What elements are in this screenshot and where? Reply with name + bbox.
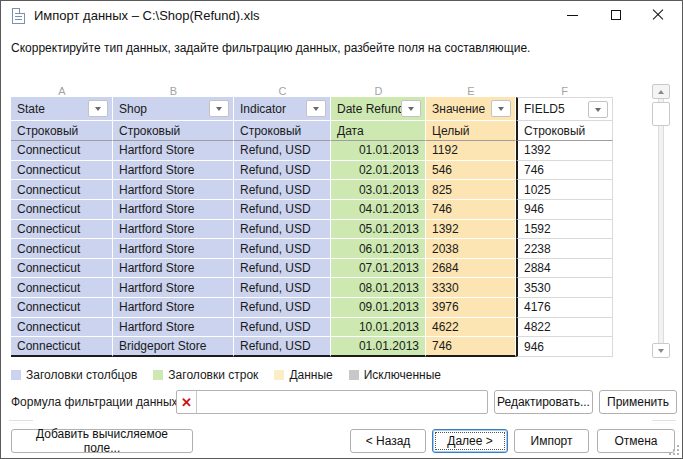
header-label: Date Refund [337, 102, 404, 116]
column-type[interactable]: Строковый [516, 121, 613, 141]
cell-shop: Bridgeport Store [113, 337, 234, 357]
column-type[interactable]: Строковый [11, 121, 113, 141]
legend-item-column-headers: Заголовки столбцов [11, 368, 137, 382]
cell-date-refund: 08.01.2013 [331, 278, 426, 298]
dropdown-button[interactable] [306, 100, 326, 117]
cell-field5: 946 [516, 200, 613, 220]
cell-shop: Hartford Store [113, 180, 234, 200]
cell-field5: 1392 [516, 141, 613, 161]
cell-field5: 2238 [516, 239, 613, 259]
column-type[interactable]: Целый [426, 121, 516, 141]
scroll-down-button[interactable] [652, 343, 670, 358]
resize-grip[interactable] [667, 443, 679, 455]
legend-label: Заголовки строк [168, 368, 258, 382]
dropdown-button[interactable] [209, 100, 229, 117]
column-header-field5[interactable]: FIELD5 [516, 97, 613, 121]
legend-label: Исключенные [364, 368, 441, 382]
cell-значение: 3976 [426, 298, 516, 318]
scrollbar-thumb[interactable] [652, 102, 670, 126]
cell-indicator: Refund, USD [234, 180, 331, 200]
dropdown-button[interactable] [401, 100, 421, 117]
column-header-indicator[interactable]: Indicator [234, 97, 331, 121]
column-letters-row: A B C D E F [11, 84, 613, 97]
cell-date-refund: 09.01.2013 [331, 298, 426, 318]
filter-formula-label: Формула фильтрации данных: [11, 390, 181, 414]
data-swatch [274, 370, 284, 380]
table-row: ConnecticutBridgeport StoreRefund, USD01… [11, 337, 613, 357]
cell-значение: 1392 [426, 220, 516, 240]
header-label: Значение [432, 102, 485, 116]
clear-filter-icon[interactable]: ✕ [177, 391, 197, 413]
maximize-button[interactable] [594, 1, 638, 29]
vertical-scrollbar[interactable] [652, 84, 670, 358]
column-type[interactable]: Строковый [234, 121, 331, 141]
header-label: FIELD5 [524, 102, 565, 116]
edit-filter-button[interactable]: Редактировать... [494, 390, 593, 414]
arrow-down-icon [658, 349, 664, 353]
legend-item-excluded: Исключенные [349, 368, 441, 382]
table-row: ConnecticutHartford StoreRefund, USD02.0… [11, 161, 613, 181]
column-header-shop[interactable]: Shop [113, 97, 234, 121]
filter-formula-input[interactable] [197, 391, 487, 413]
column-type[interactable]: Строковый [113, 121, 234, 141]
cell-shop: Hartford Store [113, 161, 234, 181]
cell-field5: 4822 [516, 318, 613, 338]
divider-left [9, 420, 33, 424]
column-letter: E [426, 84, 516, 97]
legend-item-data: Данные [274, 368, 332, 382]
cell-значение: 2684 [426, 259, 516, 279]
type-row: Строковый Строковый Строковый Дата Целый… [11, 121, 613, 141]
next-button[interactable]: Далее > [432, 429, 508, 453]
cell-date-refund: 02.01.2013 [331, 161, 426, 181]
import-data-dialog: Импорт данных – C:\Shop(Refund).xls Скор… [0, 0, 683, 459]
column-letter: C [234, 84, 331, 97]
instruction-text: Скорректируйте тип данных, задайте фильт… [11, 41, 530, 55]
cell-state: Connecticut [11, 220, 113, 240]
dropdown-button[interactable] [491, 100, 511, 117]
chevron-down-icon [408, 107, 414, 111]
legend: Заголовки столбцов Заголовки строк Данны… [11, 368, 441, 382]
table-rows: ConnecticutHartford StoreRefund, USD01.0… [11, 141, 613, 357]
dropdown-button[interactable] [88, 100, 108, 117]
close-button[interactable] [636, 1, 680, 29]
dropdown-button[interactable] [588, 101, 608, 118]
table-row: ConnecticutHartford StoreRefund, USD06.0… [11, 239, 613, 259]
cell-date-refund: 04.01.2013 [331, 200, 426, 220]
table-row: ConnecticutHartford StoreRefund, USD07.0… [11, 259, 613, 279]
cell-indicator: Refund, USD [234, 278, 331, 298]
chevron-down-icon [216, 107, 222, 111]
table-row: ConnecticutHartford StoreRefund, USD01.0… [11, 141, 613, 161]
header-label: Indicator [240, 102, 286, 116]
scrollbar-track[interactable] [658, 86, 664, 356]
legend-item-row-headers: Заголовки строк [153, 368, 258, 382]
cancel-button[interactable]: Отмена [597, 429, 675, 453]
cell-state: Connecticut [11, 141, 113, 161]
cell-значение: 825 [426, 180, 516, 200]
cell-date-refund: 05.01.2013 [331, 220, 426, 240]
cell-date-refund: 01.01.2013 [331, 141, 426, 161]
column-header-date-refund[interactable]: Date Refund [331, 97, 426, 121]
cell-shop: Hartford Store [113, 141, 234, 161]
document-icon [12, 8, 25, 24]
column-type[interactable]: Дата [331, 121, 426, 141]
column-header-state[interactable]: State [11, 97, 113, 121]
minimize-icon [567, 15, 578, 16]
table-row: ConnecticutHartford StoreRefund, USD04.0… [11, 200, 613, 220]
cell-значение: 546 [426, 161, 516, 181]
cell-field5: 1025 [516, 180, 613, 200]
apply-filter-button[interactable]: Применить [599, 390, 677, 414]
minimize-button[interactable] [550, 1, 594, 29]
import-button[interactable]: Импорт [514, 429, 589, 453]
chevron-down-icon [313, 107, 319, 111]
table-row: ConnecticutHartford StoreRefund, USD08.0… [11, 278, 613, 298]
cell-state: Connecticut [11, 239, 113, 259]
scroll-up-button[interactable] [652, 84, 670, 99]
close-icon [652, 9, 664, 21]
back-button[interactable]: < Назад [350, 429, 426, 453]
header-label: State [17, 102, 45, 116]
add-calculated-field-button[interactable]: Добавить вычисляемое поле... [11, 429, 193, 453]
column-header-znachenie[interactable]: Значение [426, 97, 516, 121]
excluded-swatch [349, 370, 359, 380]
column-letter: B [113, 84, 234, 97]
filter-formula-field: ✕ [176, 390, 488, 414]
